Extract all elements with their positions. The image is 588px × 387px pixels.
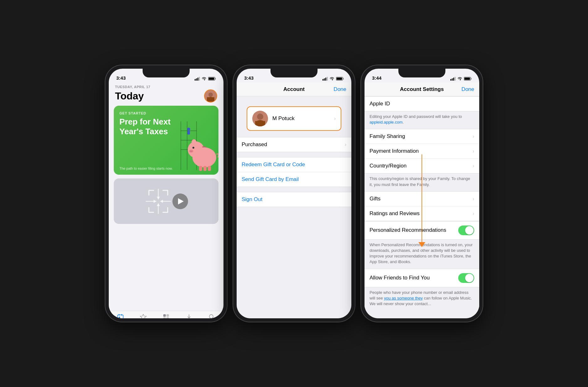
chevron-purchased-icon: › [345,142,346,147]
video-card[interactable] [114,178,218,224]
personalized-toggle[interactable] [458,225,474,235]
apple-id-group: Apple ID [365,96,479,111]
svg-rect-2 [197,78,198,81]
tab-apps[interactable]: Apps [155,314,177,318]
avatar-today[interactable] [204,89,217,103]
signal-icon-2 [323,77,328,81]
svg-point-23 [189,150,193,153]
gifts-section: Gifts › Ratings and Reviews › [365,191,479,221]
phone-2: 3:43 Account Done [233,65,355,322]
status-time-3: 3:44 [372,75,381,81]
country-region-row[interactable]: Country/Region › [365,159,479,173]
svg-line-47 [213,318,215,318]
play-triangle-icon [178,198,184,204]
play-button[interactable] [172,194,188,209]
chevron-ratings-icon: › [473,211,474,216]
chevron-country-icon: › [473,163,474,169]
chevron-family-icon: › [473,134,474,139]
family-section: Family Sharing › Payment Information › C… [365,129,479,191]
account-user-row[interactable]: M Potuck › [247,106,341,131]
tab-today[interactable]: Today [109,314,132,318]
allow-friends-toggle[interactable] [458,273,474,283]
svg-rect-61 [453,78,454,81]
settings-nav-bar: Account Settings Done [365,82,479,96]
account-nav-bar: Account Done [237,82,351,96]
svg-rect-6 [209,78,214,80]
tab-search[interactable]: Search [201,314,223,318]
status-icons-3 [450,77,472,81]
gifts-label: Gifts [370,196,473,202]
svg-point-21 [192,139,197,146]
apple-id-section: Apple ID Editing your Apple ID and passw… [365,96,479,129]
account-done-button[interactable]: Done [333,86,346,93]
chevron-user-icon: › [334,116,336,121]
personalized-row[interactable]: Personalized Recommendations [365,221,479,239]
allow-friends-note: People who have your phone number or ema… [365,287,479,311]
personalized-label: Personalized Recommendations [370,227,458,233]
allow-friends-row[interactable]: Allow Friends to Find You [365,269,479,287]
svg-rect-59 [450,79,451,81]
svg-marker-35 [154,200,157,203]
piggy-bank-svg [159,112,218,175]
phone1-screen: Tuesday, April 17 Today [109,82,223,318]
send-gift-row[interactable]: Send Gift Card by Email [237,172,351,187]
allow-friends-group: Allow Friends to Find You [365,269,479,287]
notch-1 [143,69,190,77]
status-time-2: 3:43 [244,75,254,81]
ratings-label: Ratings and Reviews [370,210,473,217]
svg-point-17 [187,128,190,131]
today-card[interactable]: GET STARTED Prep for Next Year's Taxes [114,106,218,175]
svg-rect-53 [343,78,344,80]
gift-section: Redeem Gift Card or Code Send Gift Card … [237,157,351,187]
today-title: Today [115,90,144,102]
wifi-icon-2 [329,77,334,81]
personalized-note: When Personalized Recommendations is tur… [365,240,479,269]
user-avatar-icon-2 [252,111,268,126]
svg-rect-5 [215,78,216,80]
svg-rect-18 [187,131,190,135]
redeem-gift-row[interactable]: Redeem Gift Card or Code [237,157,351,172]
signout-row[interactable]: Sign Out [237,192,351,207]
wifi-icon [202,77,207,81]
battery-icon [208,77,216,81]
tab-updates[interactable]: Updates [178,314,201,318]
ratings-row[interactable]: Ratings and Reviews › [365,206,479,221]
country-region-label: Country/Region [370,163,473,169]
they-link[interactable]: you as someone they [384,296,423,300]
svg-marker-31 [157,197,160,200]
notch-3 [398,69,445,77]
svg-rect-3 [199,77,200,81]
account-username: M Potuck [272,115,334,122]
account-nav-title: Account [283,86,305,93]
gifts-row[interactable]: Gifts › [365,192,479,206]
family-sharing-row[interactable]: Family Sharing › [365,129,479,144]
card-footer: The path to easier filing starts now. [119,167,173,170]
battery-icon-3 [464,77,472,81]
apple-id-row[interactable]: Apple ID [365,97,479,111]
phone-1: 3:43 Tuesday, April 17 Today [105,65,227,322]
svg-rect-28 [208,166,211,171]
settings-body: Apple ID Editing your Apple ID and passw… [365,96,479,318]
search-icon [208,314,215,318]
phone-3: 3:44 Account Settings Done [361,65,483,322]
apple-id-link[interactable]: appleid.apple.com [370,120,403,125]
svg-rect-43 [166,314,169,317]
svg-point-22 [192,147,194,149]
today-icon [117,314,124,318]
svg-rect-42 [163,314,166,317]
games-tab-icon [140,314,147,318]
svg-point-46 [209,315,213,318]
send-gift-label: Send Gift Card by Email [242,176,346,183]
settings-done-button[interactable]: Done [461,86,474,93]
personalized-group: Personalized Recommendations [365,221,479,240]
payment-info-row[interactable]: Payment Information › [365,144,479,159]
tab-games[interactable]: Games [132,314,155,318]
gifts-group: Gifts › Ratings and Reviews › [365,191,479,221]
allow-friends-toggle-knob [465,274,474,282]
status-icons-2 [323,77,344,81]
svg-rect-50 [325,78,326,81]
svg-point-24 [190,151,191,152]
purchased-row[interactable]: Purchased › [237,137,351,152]
svg-rect-65 [465,78,470,80]
today-date: Tuesday, April 17 [115,85,217,89]
